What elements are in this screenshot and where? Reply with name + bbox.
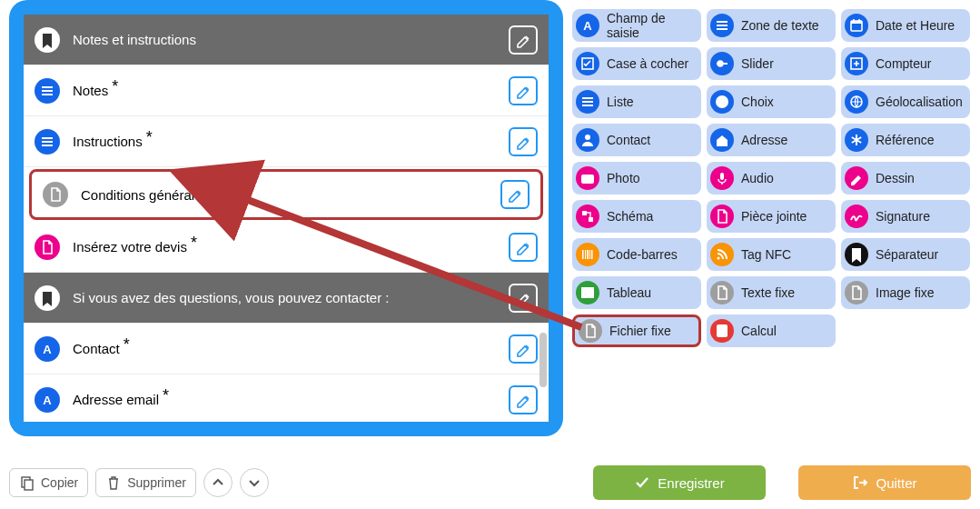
copy-button[interactable]: Copier	[9, 468, 88, 497]
palette-item-label: Calcul	[741, 324, 777, 338]
palette-item-date-et-heure[interactable]: Date et Heure	[841, 9, 970, 42]
palette-item-label: Adresse	[741, 133, 787, 147]
separator-row-questions[interactable]: Si vous avez des questions, vous pouvez …	[24, 273, 549, 324]
palette-item-label: Pièce jointe	[741, 209, 807, 224]
palette-item-label: Tag NFC	[741, 247, 791, 262]
palette-item-label: Champ de saisie	[607, 11, 694, 40]
file-icon	[43, 182, 68, 207]
field-row-instructions[interactable]: Instructions*	[24, 116, 549, 167]
save-button[interactable]: Enregistrer	[593, 465, 766, 500]
palette-item-g-olocalisation[interactable]: Géolocalisation	[841, 85, 970, 118]
file-icon	[579, 319, 602, 343]
scrollbar[interactable]	[539, 333, 547, 387]
lines-icon	[710, 14, 734, 37]
palette-item-tableau[interactable]: Tableau	[572, 276, 701, 309]
palette-item-sch-ma[interactable]: Schéma	[572, 200, 701, 233]
checkbox-icon	[576, 52, 599, 75]
lines-icon	[35, 78, 60, 104]
palette-item-adresse[interactable]: Adresse	[707, 124, 836, 156]
row-label: Notes*	[73, 81, 509, 100]
row-label: Conditions générales	[81, 187, 500, 203]
palette-item-label: Fichier fixe	[609, 324, 671, 338]
palette-item-label: Image fixe	[876, 285, 935, 300]
separator-row-notes[interactable]: Notes et instructions	[24, 15, 549, 65]
field-row-notes[interactable]: Notes*	[24, 65, 549, 116]
edit-button[interactable]	[509, 76, 538, 105]
palette-item-s-parateur[interactable]: Séparateur	[841, 238, 970, 271]
palette-item-contact[interactable]: Contact	[572, 124, 701, 156]
field-row-contact[interactable]: Contact*	[24, 324, 549, 374]
row-label: Contact*	[73, 339, 509, 358]
globe-icon	[845, 90, 868, 114]
palette-item-dessin[interactable]: Dessin	[841, 162, 970, 195]
field-palette: Champ de saisieCase à cocherListeContact…	[572, 9, 972, 347]
palette-item-photo[interactable]: Photo	[572, 162, 701, 195]
palette-item-zone-de-texte[interactable]: Zone de texte	[707, 9, 836, 42]
person-icon	[576, 128, 599, 152]
schema-icon	[576, 205, 599, 228]
calendar-icon	[845, 14, 868, 37]
check-icon	[710, 90, 734, 114]
lines-icon	[35, 129, 60, 155]
palette-item-texte-fixe[interactable]: Texte fixe	[707, 276, 836, 309]
palette-item-label: Schéma	[607, 209, 653, 224]
field-row-email[interactable]: Adresse email*	[24, 374, 549, 422]
edit-button[interactable]	[509, 284, 538, 313]
palette-item-label: Audio	[741, 171, 774, 185]
palette-item-case-cocher[interactable]: Case à cocher	[572, 47, 701, 80]
palette-item-champ-de-saisie[interactable]: Champ de saisie	[572, 9, 701, 42]
row-label: Notes et instructions	[73, 32, 509, 47]
palette-item-label: Slider	[741, 56, 774, 71]
edit-button[interactable]	[509, 233, 538, 262]
lines-icon	[576, 90, 599, 114]
palette-item-label: Séparateur	[876, 247, 938, 262]
slider-icon	[710, 52, 734, 75]
bookmark-icon	[35, 285, 60, 311]
bottom-toolbar: Copier Supprimer Enregistrer Quitter	[9, 465, 971, 500]
quit-button[interactable]: Quitter	[798, 465, 971, 500]
palette-item-signature[interactable]: Signature	[841, 200, 970, 233]
palette-item-label: Dessin	[876, 171, 915, 185]
palette-item-tag-nfc[interactable]: Tag NFC	[707, 238, 836, 271]
edit-button[interactable]	[509, 127, 538, 156]
delete-button[interactable]: Supprimer	[95, 468, 196, 497]
palette-item-calcul[interactable]: Calcul	[707, 314, 836, 347]
bookmark-icon	[845, 243, 868, 266]
row-label: Instructions*	[73, 132, 509, 151]
letter-a-icon	[35, 336, 60, 362]
mic-icon	[710, 166, 734, 190]
move-down-button[interactable]	[240, 468, 269, 497]
palette-item-image-fixe[interactable]: Image fixe	[841, 276, 970, 309]
palette-item-label: Date et Heure	[876, 18, 955, 33]
asterisk-icon	[845, 128, 868, 152]
sig-icon	[845, 205, 868, 228]
field-row-conditions[interactable]: Conditions générales	[29, 169, 543, 220]
palette-item-audio[interactable]: Audio	[707, 162, 836, 195]
move-up-button[interactable]	[203, 468, 233, 497]
form-rows-list: Notes et instructions Notes* Instruction…	[24, 15, 549, 422]
edit-button[interactable]	[509, 334, 538, 364]
plus-box-icon	[845, 52, 868, 75]
palette-item-label: Code-barres	[607, 247, 678, 262]
palette-item-label: Compteur	[876, 56, 931, 71]
field-row-devis[interactable]: Insérez votre devis*	[24, 222, 549, 273]
file-icon	[710, 205, 734, 228]
palette-item-choix[interactable]: Choix	[707, 85, 836, 118]
palette-item-compteur[interactable]: Compteur	[841, 47, 970, 80]
palette-item-liste[interactable]: Liste	[572, 85, 701, 118]
palette-item-label: Liste	[607, 95, 634, 109]
palette-item-label: Zone de texte	[741, 18, 819, 33]
edit-button[interactable]	[500, 180, 530, 209]
rss-icon	[710, 243, 734, 266]
palette-item-fichier-fixe[interactable]: Fichier fixe	[572, 314, 701, 347]
palette-item-label: Texte fixe	[741, 285, 795, 300]
edit-button[interactable]	[509, 25, 538, 55]
row-label: Insérez votre devis*	[73, 237, 509, 256]
palette-item-slider[interactable]: Slider	[707, 47, 836, 80]
palette-item-r-f-rence[interactable]: Référence	[841, 124, 970, 156]
palette-item-label: Choix	[741, 95, 774, 109]
row-label: Si vous avez des questions, vous pouvez …	[73, 290, 509, 305]
palette-item-pi-ce-jointe[interactable]: Pièce jointe	[707, 200, 836, 233]
edit-button[interactable]	[509, 385, 538, 414]
palette-item-code-barres[interactable]: Code-barres	[572, 238, 701, 271]
